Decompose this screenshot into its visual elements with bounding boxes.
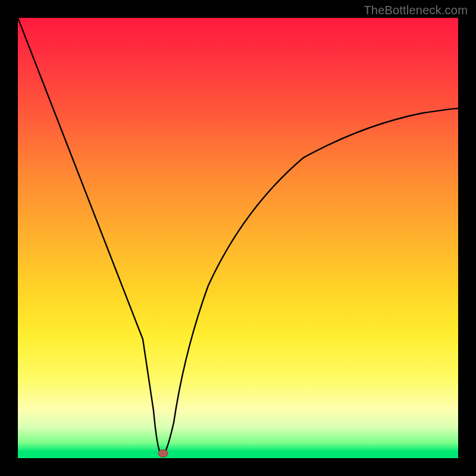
optimum-marker [158, 450, 168, 457]
chart-frame: TheBottleneck.com [0, 0, 476, 476]
bottleneck-curve [18, 18, 458, 453]
plot-area [18, 18, 458, 458]
chart-svg [18, 18, 458, 458]
watermark-text: TheBottleneck.com [364, 4, 468, 17]
